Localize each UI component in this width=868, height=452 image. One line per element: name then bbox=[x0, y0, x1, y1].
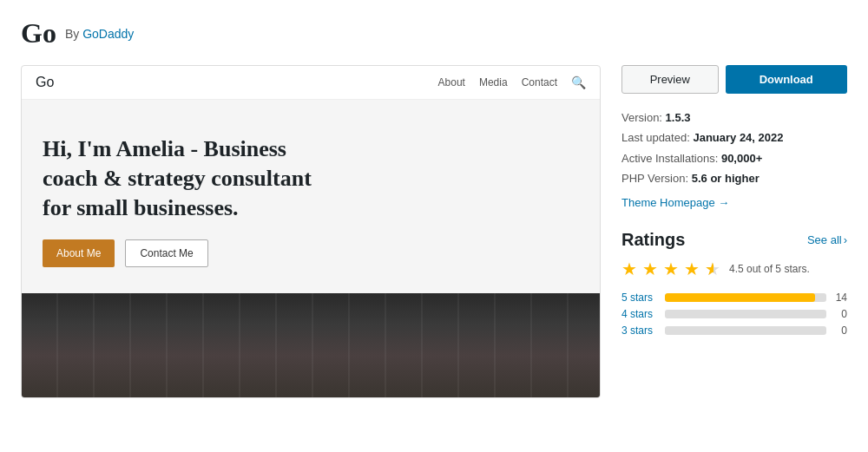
bar-count-4: 0 bbox=[833, 308, 847, 320]
updated-label: Last updated: bbox=[621, 131, 690, 144]
star-5-half: ★ ★ bbox=[705, 259, 720, 279]
bar-label-4[interactable]: 4 stars bbox=[621, 308, 658, 320]
demo-search-icon: 🔍 bbox=[571, 75, 586, 89]
bar-count-3: 0 bbox=[833, 324, 847, 337]
updated-value: January 24, 2022 bbox=[693, 131, 783, 144]
demo-hero: Hi, I'm Amelia - Business coach & strate… bbox=[22, 100, 600, 293]
bar-row-3: 3 stars 0 bbox=[621, 324, 847, 337]
homepage-row: Theme Homepage → bbox=[621, 193, 847, 213]
bar-label-5[interactable]: 5 stars bbox=[621, 292, 658, 304]
php-label: PHP Version: bbox=[621, 172, 688, 185]
theme-meta: Version: 1.5.3 Last updated: January 24,… bbox=[621, 108, 847, 213]
installs-row: Active Installations: 90,000+ bbox=[621, 148, 847, 168]
demo-logo: Go bbox=[36, 75, 54, 90]
preview-panel: Go About Media Contact 🔍 Hi, I'm Amelia … bbox=[21, 65, 601, 398]
installs-label: Active Installations: bbox=[621, 152, 718, 165]
ratings-section: Ratings See all › ★ ★ ★ ★ ★ ★ bbox=[621, 230, 847, 337]
bar-track-5 bbox=[665, 293, 826, 302]
star-2: ★ bbox=[642, 259, 658, 279]
main-content: Go About Media Contact 🔍 Hi, I'm Amelia … bbox=[21, 65, 847, 398]
demo-nav-contact: Contact bbox=[522, 76, 557, 88]
see-all-label: See all bbox=[807, 233, 842, 246]
info-panel: Preview Download Version: 1.5.3 Last upd… bbox=[621, 65, 847, 398]
bar-fill-5 bbox=[665, 293, 815, 302]
author-link[interactable]: GoDaddy bbox=[82, 27, 134, 41]
preview-button[interactable]: Preview bbox=[621, 65, 719, 94]
demo-contact-button[interactable]: Contact Me bbox=[125, 239, 207, 267]
installs-value: 90,000+ bbox=[721, 152, 762, 165]
theme-homepage-link[interactable]: Theme Homepage → bbox=[621, 193, 729, 213]
bar-row-4: 4 stars 0 bbox=[621, 308, 847, 320]
theme-title-row: Go By GoDaddy bbox=[21, 17, 847, 49]
demo-about-button[interactable]: About Me bbox=[43, 239, 115, 267]
bar-track-4 bbox=[665, 310, 826, 318]
download-button[interactable]: Download bbox=[726, 65, 848, 94]
demo-image bbox=[22, 293, 600, 397]
ratings-title: Ratings bbox=[621, 230, 685, 250]
php-row: PHP Version: 5.6 or higher bbox=[621, 168, 847, 188]
demo-nav-links: About Media Contact 🔍 bbox=[438, 75, 586, 89]
hero-headline: Hi, I'm Amelia - Business coach & strate… bbox=[43, 134, 320, 222]
demo-nav-media: Media bbox=[479, 76, 508, 88]
action-buttons: Preview Download bbox=[621, 65, 847, 94]
star-4: ★ bbox=[684, 259, 700, 279]
author-prefix: By bbox=[65, 27, 79, 41]
theme-name: Go bbox=[21, 17, 56, 49]
bar-count-5: 14 bbox=[833, 292, 847, 304]
bar-track-3 bbox=[665, 326, 826, 335]
demo-nav: Go About Media Contact 🔍 bbox=[22, 66, 600, 100]
star-1: ★ bbox=[621, 259, 637, 279]
demo-nav-about: About bbox=[438, 76, 465, 88]
page-wrapper: Go By GoDaddy Go About Media Contact 🔍 H… bbox=[0, 0, 868, 416]
star-3: ★ bbox=[663, 259, 679, 279]
updated-row: Last updated: January 24, 2022 bbox=[621, 128, 847, 147]
php-value: 5.6 or higher bbox=[692, 172, 760, 185]
stars-row: ★ ★ ★ ★ ★ ★ 4.5 out of 5 stars. bbox=[621, 259, 847, 279]
see-all-link[interactable]: See all › bbox=[807, 233, 847, 246]
rating-bars: 5 stars 14 4 stars 0 3 sta bbox=[621, 292, 847, 337]
bar-row-5: 5 stars 14 bbox=[621, 292, 847, 304]
bar-label-3[interactable]: 3 stars bbox=[621, 324, 658, 337]
stars-label: 4.5 out of 5 stars. bbox=[729, 263, 810, 275]
version-label: Version: bbox=[621, 111, 662, 124]
theme-author: By GoDaddy bbox=[65, 27, 134, 41]
demo-image-overlay bbox=[22, 293, 600, 397]
version-row: Version: 1.5.3 bbox=[621, 108, 847, 128]
version-value: 1.5.3 bbox=[666, 111, 691, 124]
hero-buttons: About Me Contact Me bbox=[43, 239, 579, 267]
chevron-right-icon: › bbox=[844, 233, 847, 246]
ratings-header: Ratings See all › bbox=[621, 230, 847, 250]
